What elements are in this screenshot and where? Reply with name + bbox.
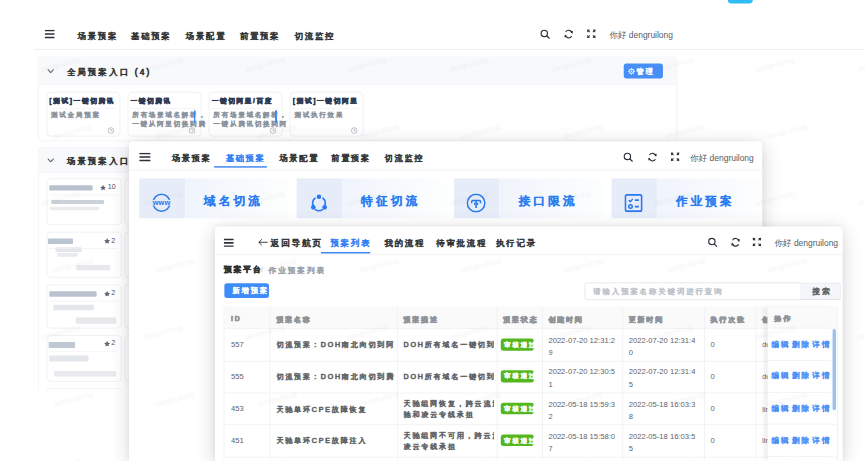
svg-text:www: www <box>152 198 170 207</box>
